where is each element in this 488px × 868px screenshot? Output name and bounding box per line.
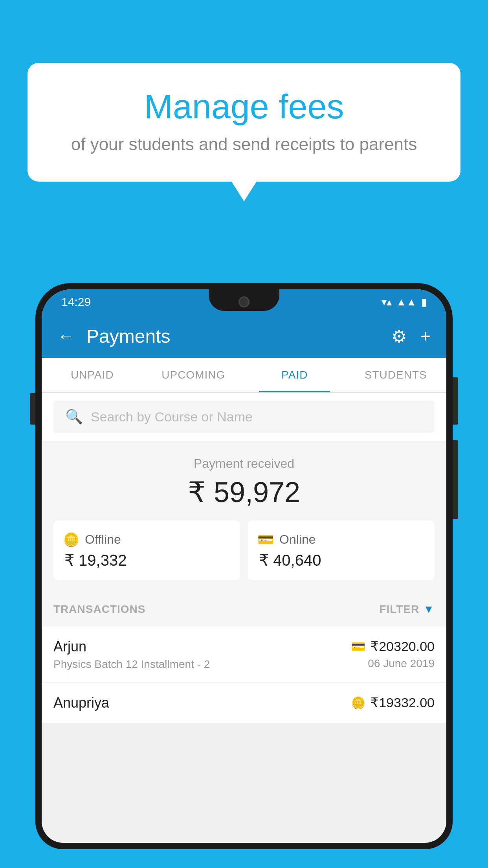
- transaction-row-anupriya[interactable]: Anupriya 🪙 ₹19332.00: [42, 683, 446, 723]
- payment-total-amount: ₹ 59,972: [53, 476, 435, 509]
- signal-icon: ▲▲: [396, 296, 416, 308]
- speech-bubble-container: Manage fees of your students and send re…: [28, 63, 460, 182]
- power-button: [453, 377, 458, 425]
- wifi-icon: ▾▴: [382, 296, 392, 308]
- online-amount: ₹ 40,640: [257, 551, 321, 569]
- transaction-amount-2: ₹19332.00: [370, 695, 435, 710]
- phone-mockup: 14:29 ▾▴ ▲▲ ▮ ← Payments ⚙ +: [35, 283, 453, 868]
- payment-cards: 🪙 Offline ₹ 19,332 💳 Online ₹ 40,640: [53, 520, 435, 580]
- battery-icon: ▮: [421, 296, 427, 308]
- settings-icon[interactable]: ⚙: [391, 326, 407, 346]
- status-time: 14:29: [61, 295, 91, 309]
- offline-icon: 🪙: [63, 531, 79, 547]
- front-camera: [238, 296, 250, 307]
- transaction-row-arjun[interactable]: Arjun Physics Batch 12 Installment - 2 💳…: [42, 627, 446, 683]
- online-card: 💳 Online ₹ 40,640: [248, 520, 435, 580]
- transaction-name-2: Anupriya: [53, 695, 109, 711]
- tab-upcoming[interactable]: UPCOMING: [143, 358, 244, 392]
- tab-paid[interactable]: PAID: [244, 358, 345, 392]
- phone-notch: [209, 289, 279, 311]
- transactions-label: TRANSACTIONS: [53, 603, 145, 616]
- bubble-title: Manage fees: [55, 86, 433, 127]
- filter-label: FILTER: [379, 603, 419, 616]
- transaction-right: 💳 ₹20320.00 06 June 2019: [351, 638, 435, 670]
- filter-icon: ▼: [423, 603, 435, 616]
- transaction-date: 06 June 2019: [368, 657, 435, 670]
- payment-summary: Payment received ₹ 59,972 🪙 Offline ₹ 19…: [42, 441, 446, 592]
- add-icon[interactable]: +: [420, 326, 431, 346]
- speech-bubble: Manage fees of your students and send re…: [28, 63, 460, 182]
- offline-label: Offline: [85, 532, 121, 547]
- transaction-detail: Physics Batch 12 Installment - 2: [53, 658, 210, 671]
- transaction-right-2: 🪙 ₹19332.00: [351, 695, 435, 710]
- bubble-subtitle: of your students and send receipts to pa…: [55, 134, 433, 154]
- tab-unpaid[interactable]: UNPAID: [42, 358, 143, 392]
- transaction-amount: ₹20320.00: [370, 638, 435, 654]
- app-bar-right: ⚙ +: [391, 326, 431, 346]
- transaction-left-2: Anupriya: [53, 695, 109, 711]
- app-bar: ← Payments ⚙ +: [42, 314, 446, 358]
- offline-card: 🪙 Offline ₹ 19,332: [53, 520, 240, 580]
- tab-students[interactable]: STUDENTS: [345, 358, 447, 392]
- online-icon: 💳: [257, 531, 274, 547]
- tabs-container: UNPAID UPCOMING PAID STUDENTS: [42, 358, 446, 393]
- search-container: 🔍 Search by Course or Name: [42, 393, 446, 441]
- transactions-header: TRANSACTIONS FILTER ▼: [42, 592, 446, 627]
- phone-screen: 14:29 ▾▴ ▲▲ ▮ ← Payments ⚙ +: [42, 289, 446, 843]
- page-title: Payments: [86, 326, 170, 347]
- online-label: Online: [279, 532, 316, 547]
- volume-button: [30, 393, 35, 425]
- search-bar[interactable]: 🔍 Search by Course or Name: [53, 401, 435, 433]
- back-button[interactable]: ←: [57, 326, 75, 346]
- cash-payment-icon: 🪙: [351, 696, 365, 710]
- volume-button-right: [453, 440, 458, 519]
- payment-received-label: Payment received: [53, 456, 435, 471]
- search-input[interactable]: Search by Course or Name: [91, 409, 253, 425]
- search-icon: 🔍: [65, 408, 83, 425]
- transaction-left: Arjun Physics Batch 12 Installment - 2: [53, 638, 210, 671]
- filter-button[interactable]: FILTER ▼: [379, 603, 435, 616]
- app-bar-left: ← Payments: [57, 326, 170, 347]
- status-icons: ▾▴ ▲▲ ▮: [382, 296, 427, 308]
- transaction-name: Arjun: [53, 638, 210, 655]
- card-payment-icon: 💳: [351, 640, 365, 653]
- offline-amount: ₹ 19,332: [63, 551, 127, 569]
